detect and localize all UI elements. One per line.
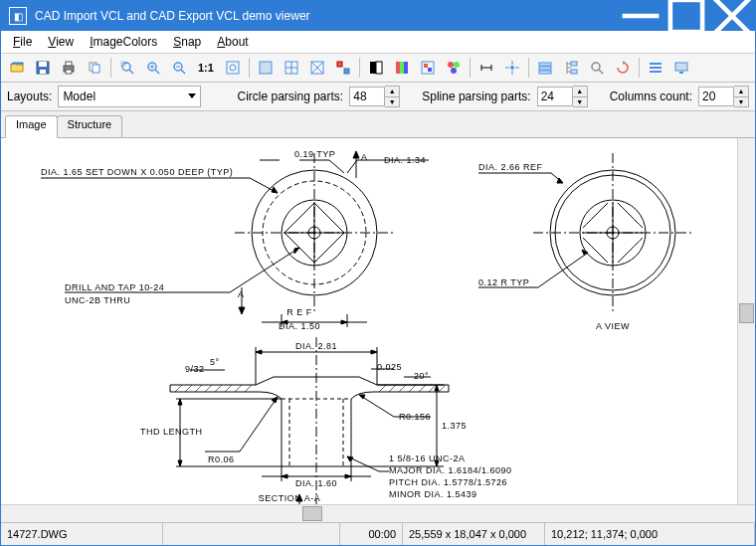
app-icon: ◧ xyxy=(9,7,27,25)
print-icon[interactable] xyxy=(57,56,81,80)
statusbar: 14727.DWG 00:00 25,559 x 18,047 x 0,000 … xyxy=(1,522,755,545)
svg-text:DIA. 1.34: DIA. 1.34 xyxy=(384,155,426,165)
svg-rect-61 xyxy=(650,63,662,65)
layout-3-icon[interactable] xyxy=(305,56,329,80)
color-swap-icon[interactable] xyxy=(416,56,440,80)
open-icon[interactable] xyxy=(5,56,29,80)
layouts-combo[interactable]: Model xyxy=(58,86,201,107)
rotate-icon[interactable] xyxy=(611,56,635,80)
svg-text:DIA. 1.65 SET DOWN X 0.050 DEE: DIA. 1.65 SET DOWN X 0.050 DEEP (TYP) xyxy=(41,167,233,177)
content-area: Image Structure xyxy=(1,111,755,522)
status-dims: 25,559 x 18,047 x 0,000 xyxy=(403,523,545,545)
columns-up[interactable]: ▲ xyxy=(734,87,748,97)
horizontal-scrollbar[interactable] xyxy=(1,504,755,522)
layout-2-icon[interactable] xyxy=(280,56,303,80)
svg-point-39 xyxy=(448,62,454,68)
svg-rect-50 xyxy=(539,63,551,66)
search-icon[interactable] xyxy=(585,56,609,80)
menu-imagecolors[interactable]: ImageColors xyxy=(82,33,165,51)
columns-spinner[interactable]: ▲▼ xyxy=(698,86,749,107)
svg-rect-34 xyxy=(400,62,404,74)
settings-icon[interactable] xyxy=(644,56,667,80)
zoom-fit-icon[interactable] xyxy=(221,56,245,80)
svg-text:0.19 TYP: 0.19 TYP xyxy=(294,149,335,159)
svg-rect-24 xyxy=(260,62,272,74)
svg-line-60 xyxy=(599,70,603,74)
svg-rect-64 xyxy=(675,63,687,71)
maximize-button[interactable] xyxy=(663,1,709,31)
zoom-out-icon[interactable] xyxy=(167,56,191,80)
circle-spinner[interactable]: ▲▼ xyxy=(349,86,400,107)
spline-down[interactable]: ▼ xyxy=(573,97,587,107)
svg-rect-57 xyxy=(571,62,577,66)
params-bar: Layouts: Model Circle parsing parts: ▲▼ … xyxy=(1,83,755,111)
svg-text:UNC-2B THRU: UNC-2B THRU xyxy=(65,295,130,305)
svg-point-41 xyxy=(451,68,457,74)
svg-line-110 xyxy=(379,385,386,392)
svg-line-111 xyxy=(389,385,396,392)
svg-text:DIA. 2.66 REF: DIA. 2.66 REF xyxy=(478,162,543,172)
circle-up[interactable]: ▲ xyxy=(385,87,399,97)
drawing-canvas[interactable]: A A DIA. 1.65 SET DOWN X 0.050 DEEP (TYP… xyxy=(1,138,737,504)
svg-rect-32 xyxy=(376,62,382,74)
columns-down[interactable]: ▼ xyxy=(734,97,748,107)
svg-line-13 xyxy=(129,70,133,74)
svg-line-114 xyxy=(419,385,426,392)
close-button[interactable] xyxy=(709,1,755,31)
palette-icon[interactable] xyxy=(442,56,466,80)
svg-point-40 xyxy=(454,62,460,68)
vertical-scrollbar[interactable] xyxy=(737,138,755,504)
minimize-button[interactable] xyxy=(618,1,663,31)
zoom-window-icon[interactable] xyxy=(115,56,139,80)
layout-1-icon[interactable] xyxy=(254,56,278,80)
layout-4-icon[interactable] xyxy=(331,56,355,80)
circle-down[interactable]: ▼ xyxy=(385,97,399,107)
zoom-actual-button[interactable]: 1:1 xyxy=(193,56,219,80)
spline-input[interactable] xyxy=(537,87,573,106)
circle-input[interactable] xyxy=(349,87,385,106)
spline-up[interactable]: ▲ xyxy=(573,87,587,97)
measure-icon[interactable] xyxy=(474,56,498,80)
svg-point-12 xyxy=(122,63,130,71)
columns-input[interactable] xyxy=(698,87,734,106)
svg-text:1.375: 1.375 xyxy=(442,421,467,431)
svg-text:A: A xyxy=(238,289,245,299)
app-window: ◧ CAD Import VCL and CAD Export VCL demo… xyxy=(0,0,756,546)
menubar: File View ImageColors Snap About xyxy=(1,31,755,54)
status-coords: 10,212; 11,374; 0,000 xyxy=(545,523,755,545)
svg-text:R E F: R E F xyxy=(286,307,312,317)
tab-structure[interactable]: Structure xyxy=(57,115,123,137)
svg-line-104 xyxy=(195,385,202,392)
menu-about[interactable]: About xyxy=(209,33,256,51)
svg-text:0.025: 0.025 xyxy=(377,362,402,372)
save-icon[interactable] xyxy=(31,56,55,80)
svg-text:PITCH DIA.  1.5778/1.5726: PITCH DIA. 1.5778/1.5726 xyxy=(389,477,507,487)
tree-icon[interactable] xyxy=(559,56,583,80)
svg-text:R0.06: R0.06 xyxy=(208,455,235,464)
color-rgb-icon[interactable] xyxy=(390,56,414,80)
svg-text:0.12 R TYP: 0.12 R TYP xyxy=(478,277,529,287)
tab-image[interactable]: Image xyxy=(5,115,58,138)
svg-text:SECTION A-A: SECTION A-A xyxy=(259,493,321,503)
status-filename: 14727.DWG xyxy=(1,523,163,545)
copy-icon[interactable] xyxy=(83,56,106,80)
zoom-in-icon[interactable] xyxy=(141,56,165,80)
status-time: 00:00 xyxy=(340,523,403,545)
center-icon[interactable] xyxy=(500,56,524,80)
svg-rect-58 xyxy=(571,70,577,74)
layers-icon[interactable] xyxy=(533,56,557,80)
columns-label: Columns count: xyxy=(610,90,692,103)
svg-rect-35 xyxy=(404,62,408,74)
menu-view[interactable]: View xyxy=(40,33,82,51)
menu-snap[interactable]: Snap xyxy=(165,33,209,51)
color-bw-icon[interactable] xyxy=(364,56,388,80)
menu-file[interactable]: File xyxy=(5,33,40,51)
spline-spinner[interactable]: ▲▼ xyxy=(537,86,588,107)
titlebar: ◧ CAD Import VCL and CAD Export VCL demo… xyxy=(1,1,755,31)
tabstrip: Image Structure xyxy=(1,111,755,138)
svg-line-116 xyxy=(439,385,446,392)
svg-rect-62 xyxy=(650,67,662,69)
display-icon[interactable] xyxy=(669,56,693,80)
svg-text:9/32: 9/32 xyxy=(185,364,205,374)
svg-line-103 xyxy=(185,385,192,392)
